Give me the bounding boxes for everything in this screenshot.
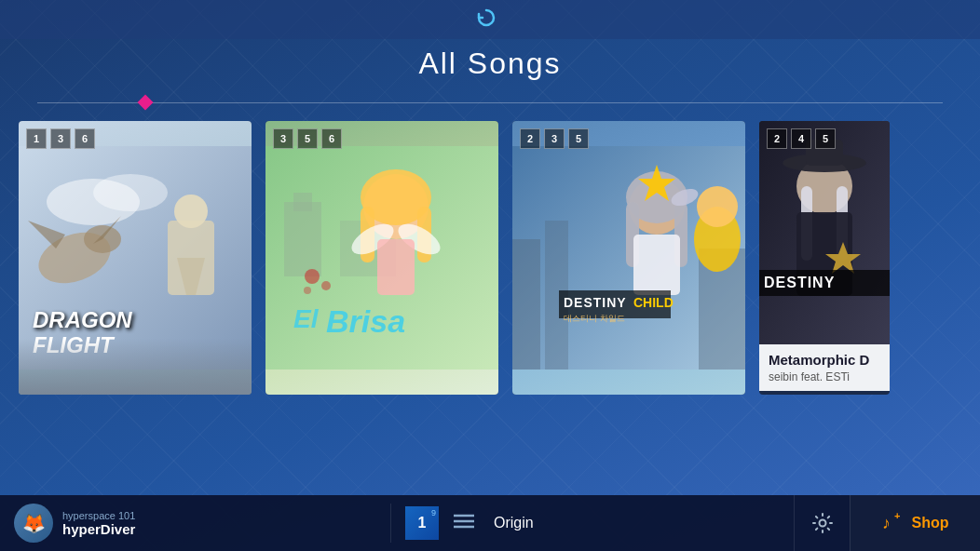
difficulty-badges-dragon: 1 3 6 (26, 128, 95, 149)
user-level: hyperspace 101 (62, 510, 135, 521)
shop-button[interactable]: ♪ + Shop (850, 495, 980, 551)
songs-grid: DRAGON FLIGHT 1 3 6 Dragon Flight beggar… (19, 121, 980, 395)
svg-point-55 (819, 520, 825, 527)
svg-rect-19 (377, 239, 415, 295)
svg-text:Brisa: Brisa (326, 303, 405, 339)
rank-superscript: 9 (431, 508, 436, 517)
difficulty-badge-5b: 5 (297, 128, 318, 149)
user-name: hyperDiver (62, 521, 135, 537)
difficulty-badge-5m: 5 (815, 128, 836, 149)
song-card-girls-rangers[interactable]: El Brisa 3 5 6 Girl's Rangers beggarprin… (265, 121, 498, 395)
difficulty-badge-6: 6 (75, 128, 95, 149)
avatar-emoji: 🦊 (22, 512, 46, 534)
page-title: All Songs (0, 47, 980, 81)
svg-text:DESTINY: DESTINY (764, 275, 835, 290)
difficulty-badge-3: 3 (50, 128, 71, 149)
song-card-info-meta: Metamorphic D seibin feat. ESTi (759, 344, 890, 391)
list-icon[interactable] (444, 513, 483, 534)
category-bar (0, 0, 980, 39)
category-icon (477, 8, 496, 32)
nav-rank-section: 1 9 Origin (391, 506, 552, 540)
slider-line[interactable] (37, 102, 943, 103)
difficulty-badges-stepout: 2 3 5 (520, 128, 589, 149)
svg-text:데스티니 차일드: 데스티니 차일드 (564, 314, 625, 323)
svg-text:♪: ♪ (882, 514, 891, 532)
svg-text:CHILD: CHILD (633, 295, 674, 310)
difficulty-badge-4m: 4 (791, 128, 811, 149)
svg-text:+: + (894, 510, 900, 521)
svg-point-6 (174, 195, 208, 228)
user-avatar: 🦊 (14, 504, 53, 543)
svg-text:DESTINY: DESTINY (564, 295, 627, 310)
song-card-step-out[interactable]: DESTINY CHILD 데스티니 차일드 2 3 5 STEP OUT ES… (512, 121, 745, 395)
svg-text:El: El (293, 304, 320, 333)
settings-button[interactable] (794, 495, 850, 551)
nav-user-section: 🦊 hyperspace 101 hyperDiver (0, 504, 391, 543)
svg-rect-26 (512, 239, 540, 370)
svg-rect-35 (633, 235, 680, 295)
svg-point-37 (697, 186, 738, 227)
svg-point-22 (305, 269, 320, 284)
song-card-image-meta: DESTINY 2 4 5 (759, 121, 890, 344)
svg-point-2 (93, 174, 168, 211)
difficulty-badge-3b: 3 (273, 128, 293, 149)
nav-bar: 🦊 hyperspace 101 hyperDiver 1 9 Origin (0, 495, 980, 551)
difficulty-badge-6b: 6 (321, 128, 342, 149)
difficulty-badge-2m: 2 (767, 128, 787, 149)
rank-number: 1 (418, 515, 427, 531)
slider-area[interactable] (0, 93, 980, 112)
difficulty-badge-3s: 3 (544, 128, 565, 149)
gear-icon (811, 512, 834, 534)
svg-rect-11 (293, 193, 312, 211)
shop-note-icon: ♪ + (882, 510, 905, 537)
svg-rect-10 (284, 202, 321, 276)
song-card-image-girls: El Brisa 3 5 6 (265, 121, 498, 395)
difficulty-badges-girls: 3 5 6 (273, 128, 342, 149)
difficulty-badges-meta: 2 4 5 (767, 128, 836, 149)
song-card-image-stepout: DESTINY CHILD 데스티니 차일드 2 3 5 (512, 121, 745, 395)
rank-badge: 1 9 (405, 506, 439, 540)
svg-text:FLIGHT: FLIGHT (33, 332, 116, 357)
song-card-dragon-flight[interactable]: DRAGON FLIGHT 1 3 6 Dragon Flight beggar… (19, 121, 252, 395)
shop-label: Shop (912, 515, 949, 531)
song-artist-meta: seibin feat. ESTi (769, 370, 880, 383)
difficulty-badge-5s: 5 (568, 128, 589, 149)
svg-point-24 (304, 287, 311, 294)
difficulty-badge-1: 1 (26, 128, 47, 149)
user-info: hyperspace 101 hyperDiver (62, 510, 135, 537)
song-card-image-dragon: DRAGON FLIGHT 1 3 6 (19, 121, 252, 395)
origin-label: Origin (489, 515, 538, 531)
song-card-metamorphic[interactable]: DESTINY 2 4 5 Metamorphic D seibin feat.… (759, 121, 890, 395)
difficulty-badge-2s: 2 (520, 128, 540, 149)
svg-text:DRAGON: DRAGON (33, 307, 132, 332)
slider-thumb[interactable] (138, 95, 154, 111)
svg-point-23 (321, 281, 331, 290)
song-title-meta: Metamorphic D (769, 352, 880, 368)
